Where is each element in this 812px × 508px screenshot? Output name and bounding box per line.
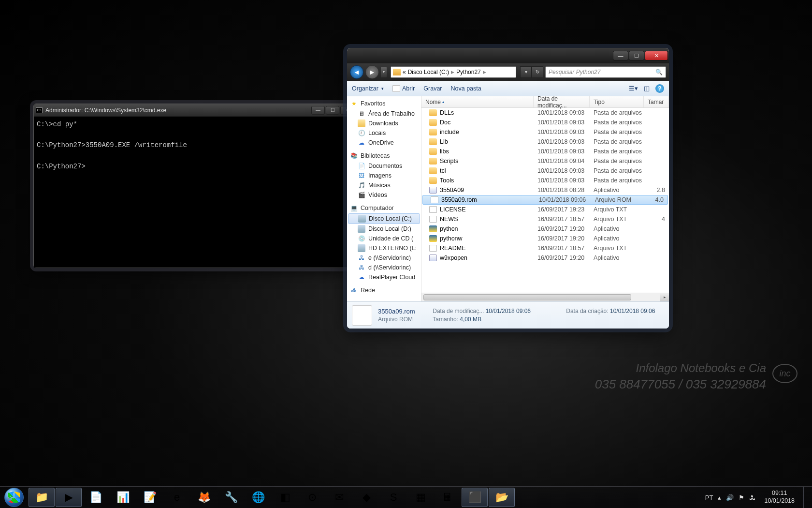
folder-icon	[429, 138, 437, 145]
sidebar-item-drive-c[interactable]: Disco Local (C:)	[348, 213, 420, 224]
file-row[interactable]: NEWS16/09/2017 18:57Arquivo TXT4	[421, 214, 669, 224]
sidebar-favorites-header[interactable]: ★Favoritos	[347, 98, 421, 109]
file-row[interactable]: 3550A0910/01/2018 08:28Aplicativo2.8	[421, 185, 669, 195]
sidebar-item-music[interactable]: 🎵Músicas	[347, 180, 421, 190]
burn-button[interactable]: Gravar	[423, 85, 442, 92]
file-row[interactable]: LICENSE16/09/2017 19:23Arquivo TXT	[421, 205, 669, 214]
cmd-maximize-button[interactable]: ☐	[326, 106, 339, 115]
taskbar-app-folder2[interactable]: 📂	[489, 488, 515, 507]
taskbar-app-cmd[interactable]: ⬛	[462, 488, 488, 507]
file-row[interactable]: libs10/01/2018 09:03Pasta de arquivos	[421, 147, 669, 156]
horizontal-scrollbar[interactable]: ▸	[421, 293, 669, 301]
help-button[interactable]: ?	[655, 84, 664, 93]
taskbar-app-excel[interactable]: 📊	[110, 488, 136, 507]
taskbar-clock[interactable]: 09:11 10/01/2018	[760, 490, 798, 505]
explorer-titlebar[interactable]: — ☐ ✕	[347, 48, 669, 63]
file-row[interactable]: python16/09/2017 19:20Aplicativo	[421, 224, 669, 234]
taskbar-app-doc[interactable]: 📄	[83, 488, 109, 507]
explorer-close-button[interactable]: ✕	[645, 51, 668, 60]
tray-chevron-icon[interactable]: ▴	[718, 494, 721, 501]
network-tray-icon[interactable]: 🖧	[749, 494, 755, 501]
language-indicator[interactable]: PT	[705, 494, 713, 501]
explorer-maximize-button[interactable]: ☐	[629, 51, 644, 60]
sidebar-computer-header[interactable]: 💻Computador	[347, 203, 421, 213]
taskbar-app-teamviewer[interactable]: ⊙	[299, 488, 325, 507]
sidebar-item-drive-d[interactable]: Disco Local (D:)	[347, 224, 421, 234]
taskbar-app-mail[interactable]: ✉	[326, 488, 352, 507]
taskbar-app-app1[interactable]: ◧	[272, 488, 298, 507]
taskbar-app-app3[interactable]: ▦	[407, 488, 434, 507]
breadcrumb-0[interactable]: Disco Local (C:)	[408, 69, 449, 75]
file-row[interactable]: w9xpopen16/09/2017 19:20Aplicativo	[421, 253, 669, 263]
cmd-titlebar[interactable]: C:\ Administrador: C:\Windows\System32\c…	[34, 104, 356, 117]
taskbar-app-word[interactable]: 📝	[137, 488, 163, 507]
chevron-right-icon[interactable]: ▶	[451, 70, 454, 75]
open-button[interactable]: Abrir	[392, 85, 415, 92]
new-folder-button[interactable]: Nova pasta	[451, 85, 481, 92]
sidebar-item-videos[interactable]: 🎬Vídeos	[347, 190, 421, 200]
cmd-minimize-button[interactable]: —	[311, 106, 325, 115]
column-headers: Nome▴ Data de modificaç... Tipo Tamar	[421, 96, 669, 108]
sidebar-item-downloads[interactable]: Downloads	[347, 119, 421, 128]
volume-icon[interactable]: 🔊	[726, 494, 734, 501]
file-row[interactable]: 3550a09.rom10/01/2018 09:06Arquivo ROM4.…	[422, 195, 668, 205]
details-modified-value: 10/01/2018 09:06	[486, 308, 531, 314]
file-list[interactable]: DLLs10/01/2018 09:03Pasta de arquivosDoc…	[421, 108, 669, 293]
file-row[interactable]: Tools10/01/2018 09:03Pasta de arquivos	[421, 176, 669, 185]
chevron-right-icon[interactable]: ▶	[483, 70, 486, 75]
scroll-thumb[interactable]	[423, 294, 631, 300]
nav-forward-button[interactable]: ►	[365, 65, 379, 79]
nav-history-dropdown[interactable]: ▾	[381, 67, 387, 77]
explorer-minimize-button[interactable]: —	[613, 51, 628, 60]
start-button[interactable]	[0, 487, 28, 508]
sidebar-item-cd[interactable]: 💿Unidade de CD (	[347, 234, 421, 243]
breadcrumb-1[interactable]: Python27	[456, 69, 481, 75]
flag-icon[interactable]: ⚑	[739, 494, 744, 501]
taskbar-app-skype[interactable]: S	[380, 488, 406, 507]
column-date[interactable]: Data de modificaç...	[534, 96, 590, 107]
sidebar-item-netdrive-d[interactable]: 🖧d (\\Servidorinc)	[347, 263, 421, 272]
search-icon[interactable]: 🔍	[655, 69, 663, 75]
sidebar-item-recent[interactable]: 🕘Locais	[347, 128, 421, 138]
taskbar-app-explorer[interactable]: 📁	[29, 488, 55, 507]
file-row[interactable]: pythonw16/09/2017 19:20Aplicativo	[421, 234, 669, 243]
file-row[interactable]: DLLs10/01/2018 09:03Pasta de arquivos	[421, 108, 669, 118]
column-size[interactable]: Tamar	[644, 96, 669, 107]
taskbar-app-firefox[interactable]: 🦊	[191, 488, 217, 507]
refresh-button[interactable]: ↻	[532, 66, 543, 78]
organize-menu[interactable]: Organizar	[352, 85, 384, 92]
sidebar-item-desktop[interactable]: 🖥Área de Trabalho	[347, 109, 421, 119]
file-row[interactable]: Scripts10/01/2018 09:04Pasta de arquivos	[421, 156, 669, 166]
address-bar[interactable]: « Disco Local (C:) ▶ Python27 ▶	[391, 66, 516, 78]
scroll-right-icon[interactable]: ▸	[660, 293, 669, 301]
file-row[interactable]: README16/09/2017 18:57Arquivo TXT	[421, 243, 669, 253]
file-row[interactable]: Doc10/01/2018 09:03Pasta de arquivos	[421, 118, 669, 127]
column-type[interactable]: Tipo	[590, 96, 644, 107]
nav-back-button[interactable]: ◄	[350, 65, 363, 79]
taskbar-app-app2[interactable]: ◆	[353, 488, 379, 507]
view-mode-button[interactable]: ☰▾	[628, 84, 638, 93]
sidebar-item-documents[interactable]: 📄Documentos	[347, 161, 421, 171]
taskbar-app-tool[interactable]: 🔧	[218, 488, 244, 507]
details-filename: 3550a09.rom	[378, 308, 424, 315]
sidebar-item-hdext[interactable]: HD EXTERNO (L:	[347, 243, 421, 253]
sidebar-libraries-header[interactable]: 📚Bibliotecas	[347, 150, 421, 161]
file-row[interactable]: Lib10/01/2018 09:03Pasta de arquivos	[421, 137, 669, 147]
sidebar-item-pictures[interactable]: 🖼Imagens	[347, 171, 421, 180]
cmd-body[interactable]: C:\>cd py* C:\Python27>3550A09.EXE /writ…	[34, 117, 356, 268]
address-dropdown-button[interactable]: ▾	[520, 66, 532, 78]
sidebar-item-onedrive[interactable]: ☁OneDrive	[347, 138, 421, 148]
preview-pane-button[interactable]: ◫	[642, 84, 652, 93]
search-input[interactable]: Pesquisar Python27 🔍	[545, 66, 666, 78]
sidebar-network-header[interactable]: 🖧Rede	[347, 285, 421, 296]
sidebar-item-realplayer[interactable]: ☁RealPlayer Cloud	[347, 272, 421, 282]
column-name[interactable]: Nome▴	[421, 96, 534, 107]
taskbar-app-media[interactable]: ▶	[56, 488, 82, 507]
taskbar-app-calc[interactable]: 🖩	[435, 488, 461, 507]
sidebar-item-netdrive-e[interactable]: 🖧e (\\Servidorinc)	[347, 253, 421, 263]
file-row[interactable]: tcl10/01/2018 09:03Pasta de arquivos	[421, 166, 669, 176]
file-row[interactable]: include10/01/2018 09:03Pasta de arquivos	[421, 127, 669, 137]
taskbar-app-ie[interactable]: e	[164, 488, 190, 507]
taskbar-app-chrome[interactable]: 🌐	[245, 488, 271, 507]
show-desktop-button[interactable]	[803, 487, 809, 508]
